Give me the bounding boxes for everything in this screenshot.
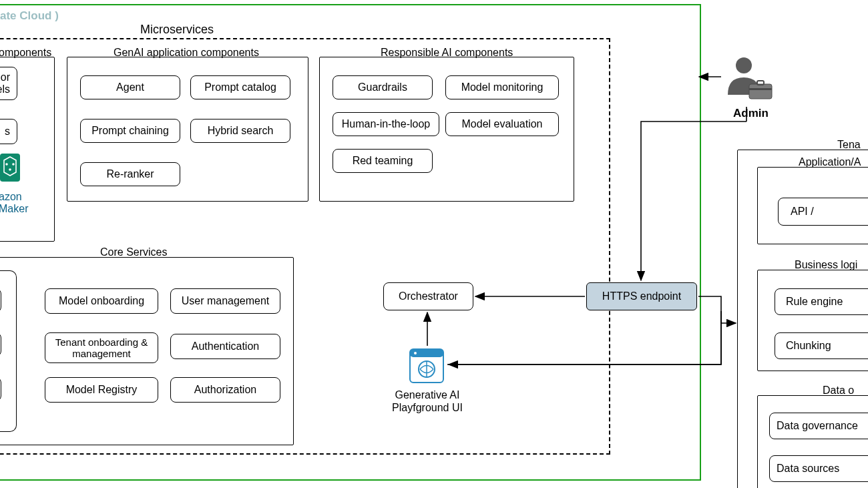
arrows [0,0,868,488]
